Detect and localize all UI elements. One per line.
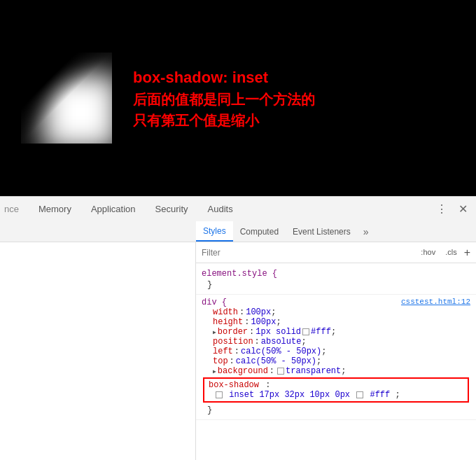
border-color-swatch[interactable]	[302, 328, 309, 335]
filter-input[interactable]	[202, 248, 418, 258]
annotation-line1: box-shadow: inset	[133, 66, 315, 89]
filter-bar: :hov .cls +	[196, 242, 476, 263]
annotation-line3: 只有第五个值是缩小	[133, 110, 315, 131]
sub-tab-computed[interactable]: Computed	[233, 221, 286, 242]
div-rule-closing: }	[202, 404, 470, 417]
rule-source-link[interactable]: csstest.html:12	[401, 298, 470, 306]
background-color-swatch[interactable]	[277, 368, 284, 375]
sub-tabs-bar: Styles Computed Event Listeners »	[0, 221, 476, 242]
nav-tab-security[interactable]: Security	[146, 197, 198, 221]
prop-height: height : 100px ;	[202, 317, 470, 327]
box-shadow-value-line: inset 17px 32px 10px 0px #fff ;	[209, 390, 463, 400]
demo-box-inner	[21, 53, 112, 144]
prop-border: ▶ border : 1px solid #fff ;	[202, 327, 470, 337]
box-shadow-demo	[21, 53, 112, 144]
prop-width: width : 100px ;	[202, 307, 470, 317]
nav-tab-application[interactable]: Application	[81, 197, 146, 221]
devtools-panel: nce Memory Application Security Audits ⋮…	[0, 196, 476, 460]
prop-top: top : calc(50% - 50px) ;	[202, 356, 470, 366]
sub-tab-styles[interactable]: Styles	[196, 221, 233, 242]
devtools-body: :hov .cls + element.style { } csste	[0, 242, 476, 460]
filter-add-button[interactable]: +	[464, 246, 470, 259]
nav-right-icons: ⋮ ✕	[433, 200, 476, 218]
filter-cls-button[interactable]: .cls	[442, 246, 460, 259]
filter-buttons: :hov .cls +	[418, 246, 470, 259]
element-tree-panel	[0, 242, 196, 460]
div-rule-block: csstest.html:12 div { width : 100px ; he…	[196, 295, 476, 420]
element-style-closing: }	[202, 279, 470, 291]
close-icon[interactable]: ✕	[456, 200, 470, 218]
annotation-line2: 后面的值都是同上一个方法的	[133, 89, 315, 110]
sub-tab-more[interactable]: »	[358, 221, 374, 242]
box-shadow-prop-line: box-shadow :	[209, 380, 463, 390]
more-options-icon[interactable]: ⋮	[433, 200, 450, 218]
css-rules-area: element.style { } csstest.html:12 div { …	[196, 263, 476, 460]
sub-tab-event-listeners[interactable]: Event Listeners	[286, 221, 358, 242]
element-style-selector: element.style {	[202, 269, 470, 279]
filter-hov-button[interactable]: :hov	[418, 246, 438, 259]
box-shadow-color-swatch[interactable]	[216, 391, 223, 398]
styles-panel: :hov .cls + element.style { } csste	[196, 242, 476, 460]
nav-tab-nce[interactable]: nce	[0, 197, 29, 221]
element-style-block: element.style { }	[196, 266, 476, 295]
prop-background: ▶ background : transparent ;	[202, 366, 470, 376]
box-shadow-color-swatch2[interactable]	[356, 391, 363, 398]
nav-tab-memory[interactable]: Memory	[29, 197, 81, 221]
border-triangle-icon[interactable]: ▶	[213, 329, 216, 335]
prop-box-shadow-highlighted: box-shadow : inset 17px 32px 10px 0px #f…	[203, 377, 469, 403]
top-section: box-shadow: inset 后面的值都是同上一个方法的 只有第五个值是缩…	[0, 0, 476, 196]
prop-position: position : absolute ;	[202, 337, 470, 347]
div-rule-header: csstest.html:12 div {	[202, 298, 470, 307]
devtools-nav-bar: nce Memory Application Security Audits ⋮…	[0, 196, 476, 221]
prop-left: left : calc(50% - 50px) ;	[202, 347, 470, 356]
annotation-text: box-shadow: inset 后面的值都是同上一个方法的 只有第五个值是缩…	[133, 66, 315, 131]
background-triangle-icon[interactable]: ▶	[213, 368, 216, 375]
nav-tab-audits[interactable]: Audits	[198, 197, 243, 221]
